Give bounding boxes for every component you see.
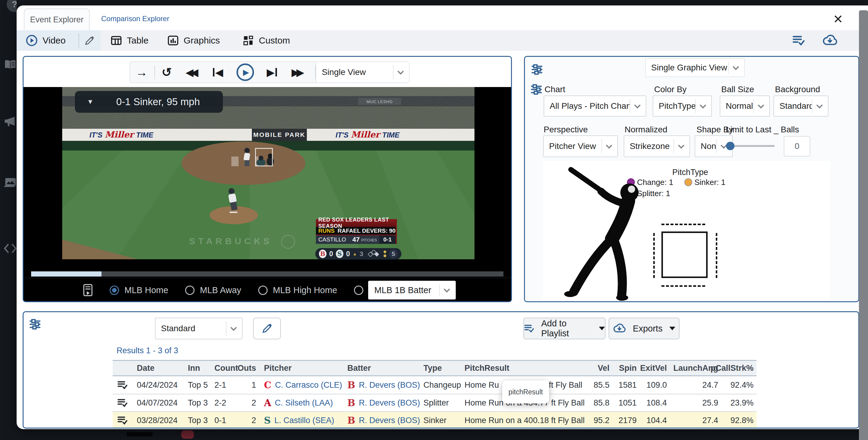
video-display[interactable]: MUC LESHO IT'SMillerTIME MOBILE PARK IT'… — [24, 87, 511, 301]
cell-launchang: 25.9 — [679, 394, 718, 411]
column-header-pitcher[interactable]: Pitcher — [264, 361, 345, 375]
player-link[interactable]: C. Carrasco (CLE) — [275, 380, 342, 390]
player-link[interactable]: L. Castillo (SEA) — [274, 416, 334, 425]
table-row[interactable]: 03/28/2024Top 30-12SL. Castillo (SEA)BR.… — [113, 411, 756, 429]
limit-input[interactable]: 0 — [784, 136, 810, 156]
dashboard-icon — [243, 35, 254, 46]
row-playlist-icon[interactable] — [117, 412, 130, 429]
rewind-icon[interactable]: ◀◀ — [186, 66, 198, 78]
add-to-playlist-button[interactable]: Add to Playlist — [523, 318, 606, 340]
pitch-balls — [543, 161, 830, 301]
background-select[interactable]: Standard — [773, 95, 829, 117]
cell-date: 03/28/2024 — [137, 412, 187, 429]
table-row[interactable]: 04/24/2024Top 52-11CC. Carrasco (CLE)BR.… — [113, 376, 756, 394]
cell-inn: Top 3 — [188, 394, 214, 411]
cell-date: 04/07/2024 — [137, 394, 187, 411]
row-playlist-icon[interactable] — [117, 394, 130, 411]
code-icon[interactable] — [4, 243, 17, 254]
play-circle-icon — [26, 34, 38, 47]
jump-forward-icon[interactable]: → — [135, 65, 148, 79]
megaphone-icon[interactable] — [4, 115, 17, 127]
video-transport-bar: → ↺ ◀◀ ◀ ▶ ▶ ▶▶ Single View — [130, 61, 409, 83]
row-playlist-icon[interactable] — [117, 376, 130, 394]
bar-chart-icon — [167, 35, 179, 46]
cell-launchang: 27.4 — [679, 412, 718, 429]
player-link[interactable]: C. Silseth (LAA) — [275, 398, 333, 408]
radio-mlb-away[interactable] — [185, 286, 194, 295]
replay-icon[interactable]: ↺ — [162, 65, 172, 79]
ball-size-select[interactable]: Normal — [720, 95, 770, 117]
graphics-settings-icon[interactable] — [531, 63, 543, 76]
column-header-inn[interactable]: Inn — [188, 361, 214, 375]
radio-mlb-away-label[interactable]: MLB Away — [200, 285, 241, 295]
player-link[interactable]: R. Devers (BOS) — [359, 380, 420, 390]
edit-preset-button[interactable] — [253, 318, 281, 340]
exports-button[interactable]: Exports — [609, 318, 680, 340]
cell-pcallstrk: 23.9% — [720, 394, 753, 411]
scrollbar[interactable] — [859, 10, 868, 440]
tab-comparison-explorer[interactable]: Comparison Explorer — [101, 14, 169, 23]
play-button[interactable]: ▶ — [237, 63, 254, 81]
view-mode-select[interactable]: Single View — [316, 62, 409, 83]
table-row[interactable]: 04/07/2024Top 32-22AC. Silseth (LAA)BR. … — [113, 394, 756, 411]
fast-forward-icon[interactable]: ▶▶ — [291, 66, 304, 78]
playlist-check-icon[interactable] — [792, 34, 805, 47]
perspective-select[interactable]: Pitcher View — [543, 136, 618, 157]
tab-table[interactable]: Table — [111, 35, 149, 46]
cell-vel: 95.2 — [582, 412, 610, 429]
tab-event-explorer[interactable]: Event Explorer — [24, 8, 90, 30]
normalized-select[interactable]: Strikezone — [624, 136, 690, 157]
cell-pitcher: SL. Castillo (SEA) — [264, 412, 345, 429]
cell-pcallstrk: 92.4% — [720, 376, 753, 394]
player-link[interactable]: R. Devers (BOS) — [359, 398, 420, 408]
radio-mlb-high-home-label[interactable]: MLB High Home — [273, 285, 337, 295]
preset-select[interactable]: Standard — [155, 318, 243, 340]
radio-mlb-high-home[interactable] — [258, 286, 268, 295]
previous-event-icon[interactable]: ◀ — [213, 66, 223, 78]
column-header-spin[interactable]: Spin — [610, 361, 637, 375]
column-header-outs[interactable]: Outs — [229, 361, 256, 375]
scorebug-count: 0-1 — [379, 235, 396, 244]
pill-caret-icon: ▼ — [87, 98, 94, 106]
results-rows: 04/24/2024Top 52-11CC. Carrasco (CLE)BR.… — [113, 376, 756, 429]
column-header-vel[interactable]: Vel — [582, 361, 610, 375]
book-icon[interactable] — [4, 59, 17, 70]
scorebug-pitch-count: 47 — [352, 236, 360, 243]
redsox-logo: B — [319, 250, 327, 258]
multi-angle-icon[interactable] — [82, 284, 94, 297]
close-icon[interactable]: × — [829, 10, 847, 28]
cloud-download-icon[interactable] — [822, 34, 838, 47]
cell-launchang: 24.7 — [679, 376, 718, 394]
next-event-icon[interactable]: ▶ — [267, 66, 277, 78]
column-header-pitchresult[interactable]: PitchResult — [465, 361, 582, 375]
column-header-date[interactable]: Date — [137, 361, 187, 375]
caret-down-icon — [599, 327, 605, 330]
radio-mlb-home[interactable] — [110, 286, 119, 295]
media-icon[interactable] — [4, 177, 17, 188]
cell-spin: 1581 — [610, 376, 637, 394]
radio-mlb-home-label[interactable]: MLB Home — [124, 285, 168, 295]
camera-angle-select[interactable]: MLB 1B Batter — [368, 281, 456, 299]
tab-custom[interactable]: Custom — [243, 35, 290, 46]
column-header-pcallstrk%[interactable]: pCallStrk% — [720, 361, 753, 375]
perspective-label: Perspective — [544, 125, 588, 135]
column-header-batter[interactable]: Batter — [347, 361, 421, 375]
tab-video[interactable]: Video — [26, 34, 65, 47]
column-header-exitvel[interactable]: ExitVel — [637, 361, 667, 375]
edit-layout-icon[interactable] — [84, 35, 95, 47]
player-link[interactable]: R. Devers (BOS) — [359, 416, 420, 425]
results-count[interactable]: Results 1 - 3 of 3 — [117, 346, 178, 355]
radio-mlb-custom-angle[interactable] — [354, 286, 363, 295]
chart-select[interactable]: All Plays - Pitch Chart — [544, 95, 646, 117]
results-settings-icon[interactable] — [29, 318, 41, 330]
cell-pitcher: CC. Carrasco (CLE) — [264, 376, 345, 394]
column-header-type[interactable]: Type — [424, 361, 463, 375]
video-progress-bar[interactable] — [31, 271, 503, 276]
chart-settings-icon[interactable] — [530, 83, 542, 95]
color-by-select[interactable]: PitchType — [653, 95, 712, 117]
limit-slider[interactable] — [728, 145, 775, 147]
help-icon[interactable]: ? — [7, 0, 17, 12]
graphic-view-select[interactable]: Single Graphic View — [645, 58, 745, 77]
tab-graphics[interactable]: Graphics — [167, 35, 220, 46]
pitch-label-pill[interactable]: ▼ 0-1 Sinker, 95 mph — [75, 91, 223, 113]
